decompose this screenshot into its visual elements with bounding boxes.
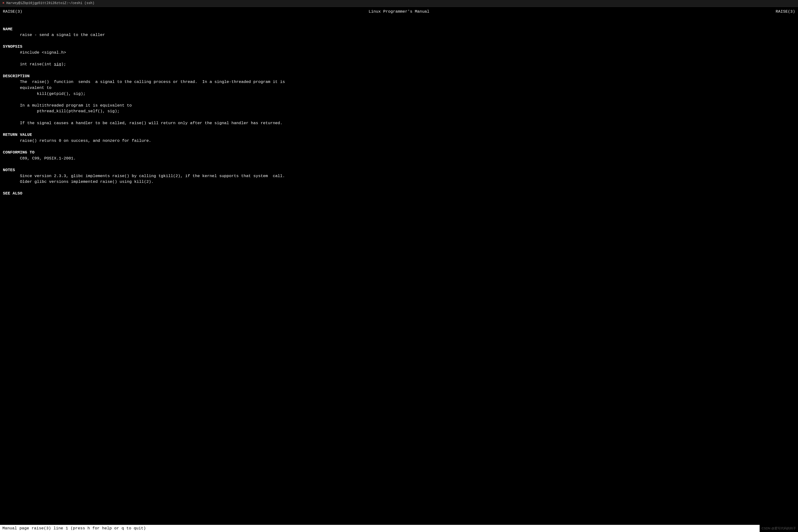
- header-line: RAISE(3)Linux Programmer's ManualRAISE(3…: [3, 9, 795, 15]
- description-para2: In a multithreaded program it is equival…: [3, 103, 132, 108]
- see-also-heading: SEE ALSO: [3, 191, 22, 196]
- status-bar-text: Manual page raise(3) line 1 (press h for…: [2, 526, 146, 531]
- header-right: RAISE(3): [776, 9, 795, 15]
- return-value-heading: RETURN VALUE: [3, 133, 32, 137]
- conforming-to-heading: CONFORMING TO: [3, 150, 35, 155]
- close-icon: ×: [2, 1, 4, 6]
- manpage-content: RAISE(3)Linux Programmer's ManualRAISE(3…: [0, 7, 798, 525]
- return-value-content: raise() returns 0 on success, and nonzer…: [3, 138, 151, 143]
- synopsis-heading: SYNOPSIS: [3, 44, 22, 49]
- csdn-watermark: CSDN @爱写代码的剑子: [760, 526, 798, 531]
- bottom-bar: Manual page raise(3) line 1 (press h for…: [0, 525, 798, 532]
- status-bar: Manual page raise(3) line 1 (press h for…: [0, 525, 760, 532]
- name-heading: NAME: [3, 27, 13, 32]
- description-code2: pthread_kill(pthread_self(), sig);: [3, 109, 120, 113]
- title-bar-label: Harvey@iZbp16jgp51ttl9i28ztoiZ:~/ceshi (…: [6, 1, 94, 6]
- synopsis-line2: int raise(int sig);: [3, 62, 66, 66]
- title-bar: × Harvey@iZbp16jgp51ttl9i28ztoiZ:~/ceshi…: [0, 0, 798, 7]
- watermark-text: CSDN @爱写代码的剑子: [762, 527, 796, 530]
- conforming-to-content: C89, C99, POSIX.1-2001.: [3, 156, 76, 160]
- notes-heading: NOTES: [3, 168, 15, 172]
- synopsis-line1: #include <signal.h>: [3, 50, 66, 55]
- description-para1: The raise() function sends a signal to t…: [3, 80, 285, 90]
- notes-content: Since version 2.3.3, glibc implements ra…: [3, 174, 285, 184]
- header-left: RAISE(3): [3, 9, 22, 15]
- description-code1: kill(getpid(), sig);: [3, 92, 86, 96]
- description-heading: DESCRIPTION: [3, 74, 30, 78]
- name-content: raise - send a signal to the caller: [3, 33, 105, 37]
- header-center: Linux Programmer's Manual: [368, 9, 429, 15]
- description-para3: If the signal causes a handler to be cal…: [3, 121, 282, 126]
